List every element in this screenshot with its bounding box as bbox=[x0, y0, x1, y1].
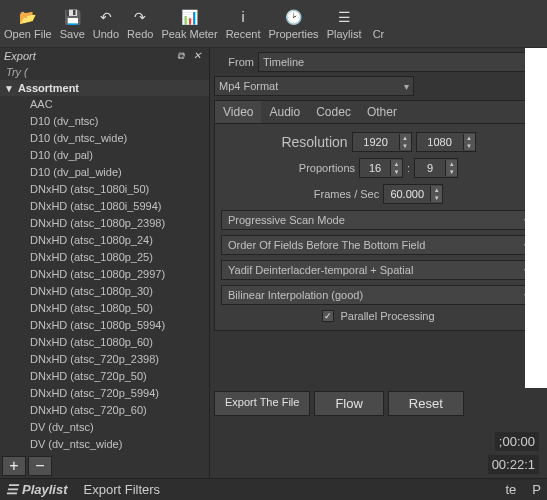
meter-icon: 📊 bbox=[181, 8, 199, 26]
tab-video[interactable]: Video bbox=[215, 101, 261, 123]
cr-button[interactable]: Cr bbox=[369, 8, 387, 40]
tree-item[interactable]: DNxHD (atsc_720p_60) bbox=[0, 402, 209, 419]
aspect-a-input[interactable]: ▲▼ bbox=[359, 158, 403, 178]
bottom-p: P bbox=[532, 482, 541, 497]
from-label: From bbox=[214, 56, 254, 68]
fps-input[interactable]: ▲▼ bbox=[383, 184, 443, 204]
list-icon: ☰ bbox=[335, 8, 353, 26]
tree-item[interactable]: D10 (dv_pal_wide) bbox=[0, 164, 209, 181]
panel-title: Export bbox=[4, 50, 36, 62]
tree-item[interactable]: DNxHD (atsc_1080i_50) bbox=[0, 181, 209, 198]
export-file-button[interactable]: Export The File bbox=[214, 391, 310, 416]
fps-label: Frames / Sec bbox=[314, 188, 379, 200]
resolution-width-input[interactable]: ▲▼ bbox=[352, 132, 412, 152]
folder-icon: 📂 bbox=[19, 8, 37, 26]
main-toolbar: 📂 Open File 💾 Save ↶ Undo ↷ Redo 📊 Peak … bbox=[0, 0, 547, 48]
tab-other[interactable]: Other bbox=[359, 101, 405, 123]
tab-codec[interactable]: Codec bbox=[308, 101, 359, 123]
reset-button[interactable]: Reset bbox=[388, 391, 464, 416]
timecode-display: ;00:00 00:22:1 bbox=[488, 432, 539, 474]
export-filters-tab[interactable]: Export Filters bbox=[84, 482, 161, 497]
tree-item[interactable]: DNxHD (atsc_1080p_25) bbox=[0, 249, 209, 266]
from-dropdown[interactable]: Timeline bbox=[258, 52, 543, 72]
chevron-down-icon: ▼ bbox=[4, 83, 14, 94]
tree-item[interactable]: DV (dv_ntsc_wide) bbox=[0, 436, 209, 453]
tree-item[interactable]: DNxHD (atsc_1080i_5994) bbox=[0, 198, 209, 215]
redo-button[interactable]: ↷ Redo bbox=[127, 8, 153, 40]
playlist-button[interactable]: ☰ Playlist bbox=[327, 8, 362, 40]
playlist-tab[interactable]: ☰ Playlist bbox=[6, 482, 68, 497]
tree-item[interactable]: AAC bbox=[0, 96, 209, 113]
tree-item[interactable]: DNxHD (atsc_1080p_50) bbox=[0, 300, 209, 317]
undock-icon[interactable]: ⧉ bbox=[177, 50, 189, 62]
clock-icon: 🕑 bbox=[285, 8, 303, 26]
resolution-height-input[interactable]: ▲▼ bbox=[416, 132, 476, 152]
redo-icon: ↷ bbox=[131, 8, 149, 26]
tree-item[interactable]: DV (dv_ntsc) bbox=[0, 419, 209, 436]
close-icon[interactable]: ✕ bbox=[193, 50, 205, 62]
proportions-label: Proportions bbox=[299, 162, 355, 174]
tree-item[interactable]: D10 (dv_ntsc_wide) bbox=[0, 130, 209, 147]
tree-item[interactable]: D10 (dv_ntsc) bbox=[0, 113, 209, 130]
tree-item[interactable]: DNxHD (atsc_720p_50) bbox=[0, 368, 209, 385]
tree-item[interactable]: DNxHD (atsc_720p_2398) bbox=[0, 351, 209, 368]
recent-button[interactable]: i Recent bbox=[226, 8, 261, 40]
undo-icon: ↶ bbox=[97, 8, 115, 26]
aspect-b-input[interactable]: ▲▼ bbox=[414, 158, 458, 178]
fieldorder-dropdown[interactable]: Order Of Fields Before The Bottom Field bbox=[221, 235, 536, 255]
format-dropdown[interactable]: Mp4 Format bbox=[214, 76, 414, 96]
undo-button[interactable]: ↶ Undo bbox=[93, 8, 119, 40]
settings-panel: From Timeline Mp4 Format Video Audio Cod… bbox=[210, 48, 547, 478]
properties-button[interactable]: 🕑 Properties bbox=[268, 8, 318, 40]
flow-button[interactable]: Flow bbox=[314, 391, 383, 416]
tab-audio[interactable]: Audio bbox=[261, 101, 308, 123]
interpolation-dropdown[interactable]: Bilinear Interpolation (good) bbox=[221, 285, 536, 305]
export-panel: Export ⧉ ✕ Try ( ▼ Assortment AACD10 (dv… bbox=[0, 48, 210, 478]
parallel-checkbox[interactable]: ✓ bbox=[322, 310, 334, 322]
scanmode-dropdown[interactable]: Progressive Scan Mode bbox=[221, 210, 536, 230]
resolution-label: Resolution bbox=[281, 134, 347, 150]
save-button[interactable]: 💾 Save bbox=[60, 8, 85, 40]
tree-group-assortment[interactable]: ▼ Assortment bbox=[0, 80, 209, 96]
tree-item[interactable]: DNxHD (atsc_1080p_60) bbox=[0, 334, 209, 351]
add-preset-button[interactable]: + bbox=[2, 456, 26, 476]
info-icon: i bbox=[234, 8, 252, 26]
tree-item[interactable]: DNxHD (atsc_1080p_2398) bbox=[0, 215, 209, 232]
preset-tree[interactable]: ▼ Assortment AACD10 (dv_ntsc)D10 (dv_nts… bbox=[0, 80, 209, 454]
bottom-bar: ☰ Playlist Export Filters te P bbox=[0, 478, 547, 500]
save-icon: 💾 bbox=[63, 8, 81, 26]
tree-item[interactable]: D10 (dv_pal) bbox=[0, 147, 209, 164]
tree-item[interactable]: DNxHD (atsc_1080p_30) bbox=[0, 283, 209, 300]
deinterlace-dropdown[interactable]: Yadif Deinterlacder-temporal + Spatial bbox=[221, 260, 536, 280]
remove-preset-button[interactable]: − bbox=[28, 456, 52, 476]
peak-meter-button[interactable]: 📊 Peak Meter bbox=[161, 8, 217, 40]
bottom-te: te bbox=[505, 482, 516, 497]
parallel-label: Parallel Processing bbox=[340, 310, 434, 322]
try-label: Try ( bbox=[0, 64, 209, 80]
tree-item[interactable]: DNxHD (atsc_1080p_5994) bbox=[0, 317, 209, 334]
list-icon: ☰ bbox=[6, 482, 18, 497]
tree-item[interactable]: DNxHD (atsc_1080p_24) bbox=[0, 232, 209, 249]
preview-area bbox=[525, 48, 547, 388]
tree-item[interactable]: DNxHD (atsc_720p_5994) bbox=[0, 385, 209, 402]
tree-item[interactable]: DNxHD (atsc_1080p_2997) bbox=[0, 266, 209, 283]
open-file-button[interactable]: 📂 Open File bbox=[4, 8, 52, 40]
